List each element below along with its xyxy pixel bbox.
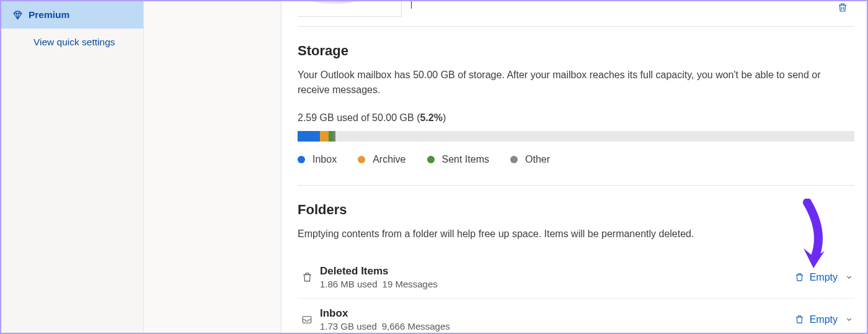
folder-info: Inbox 1.73 GB used9,666 Messages — [316, 307, 793, 332]
sidebar-item-label: View quick settings — [33, 37, 115, 48]
empty-folder-button[interactable]: Empty — [793, 311, 854, 328]
text-cursor — [411, 1, 412, 9]
secondary-nav-column — [144, 1, 281, 333]
account-card-row — [298, 1, 854, 20]
main-content: Storage Your Outlook mailbox has 50.00 G… — [281, 1, 867, 333]
legend-sent: Sent Items — [427, 154, 489, 165]
storage-legend: Inbox Archive Sent Items Other — [298, 154, 854, 165]
storage-description: Your Outlook mailbox has 50.00 GB of sto… — [298, 68, 854, 97]
delete-account-card-button[interactable] — [837, 1, 848, 14]
sidebar-item-premium[interactable]: Premium — [1, 1, 143, 29]
folder-info: Deleted Items 1.86 MB used19 Messages — [316, 265, 793, 289]
chevron-down-icon — [845, 273, 853, 281]
usage-segment-sent — [329, 131, 333, 142]
legend-inbox: Inbox — [298, 154, 337, 165]
legend-archive: Archive — [358, 154, 405, 165]
dot-icon — [358, 156, 365, 163]
chevron-down-icon — [845, 315, 853, 323]
diamond-icon — [12, 10, 29, 20]
sidebar-item-quick-settings[interactable]: View quick settings — [1, 29, 143, 56]
folders-heading: Folders — [298, 202, 854, 218]
usage-segment-other — [333, 131, 335, 142]
folders-description: Emptying contents from a folder will hel… — [298, 227, 854, 241]
storage-usage-line: 2.59 GB used of 50.00 GB (5.2%) — [298, 112, 854, 124]
empty-label: Empty — [810, 314, 838, 325]
folder-name: Deleted Items — [320, 265, 793, 278]
storage-usage-bar — [298, 131, 854, 142]
usage-segment-inbox — [298, 131, 320, 142]
folder-row-deleted-items: Deleted Items 1.86 MB used19 Messages Em… — [298, 256, 854, 299]
dot-icon — [510, 156, 518, 163]
dot-icon — [427, 156, 435, 163]
account-avatar-card[interactable] — [298, 1, 402, 17]
storage-section: Storage Your Outlook mailbox has 50.00 G… — [298, 26, 854, 165]
trash-icon — [794, 314, 805, 325]
usage-segment-archive — [320, 131, 329, 142]
folder-name: Inbox — [320, 307, 793, 320]
dot-icon — [298, 156, 305, 163]
inbox-icon — [298, 314, 316, 325]
settings-sidebar: Premium View quick settings — [1, 1, 144, 333]
storage-heading: Storage — [298, 43, 854, 59]
trash-icon — [794, 271, 805, 283]
folders-section: Folders Emptying contents from a folder … — [298, 185, 854, 333]
trash-icon — [298, 271, 316, 284]
folder-meta: 1.73 GB used9,666 Messages — [320, 321, 793, 332]
empty-label: Empty — [810, 272, 838, 283]
empty-folder-button[interactable]: Empty — [793, 269, 854, 286]
legend-other: Other — [510, 154, 550, 165]
folder-row-inbox: Inbox 1.73 GB used9,666 Messages Empty — [298, 299, 854, 333]
sidebar-item-label: Premium — [29, 9, 69, 20]
folder-meta: 1.86 MB used19 Messages — [320, 279, 793, 289]
